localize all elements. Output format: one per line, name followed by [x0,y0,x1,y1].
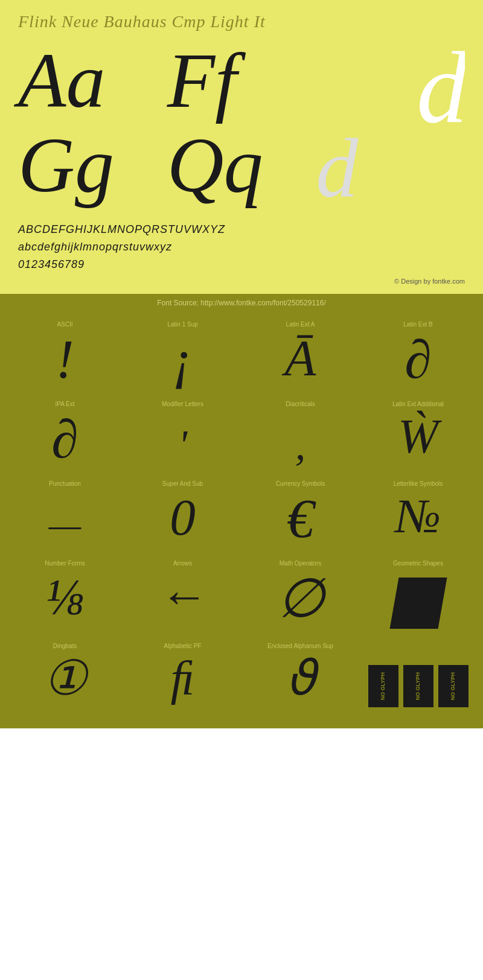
font-source: Font Source: http://www.fontke.com/font/… [6,299,477,307]
char-diacriticals: , [295,424,306,466]
label-numberforms: Number Forms [45,560,85,567]
label-dingbats: Dingbats [53,643,77,649]
digits: 0123456789 [18,256,465,273]
cell-alphabeticpf: Alphabetic PF ﬁ [124,638,242,716]
cell-ascii: ASCII ! [6,316,124,396]
label-letterlike: Letterlike Symbols [394,480,443,487]
label-alphabeticpf: Alphabetic PF [164,643,201,649]
no-glyph-text-1: NO GLYPH [380,672,386,700]
label-diacriticals: Diacriticals [286,401,315,407]
label-modletters: Modifier Letters [162,401,203,407]
cell-latinextadd: Latin Ext Additional Ẁ [359,396,477,476]
no-glyph-text-2: NO GLYPH [415,672,421,700]
cell-arrows: Arrows ← [124,555,242,638]
label-punctuation: Punctuation [49,480,81,487]
label-enclosedalphasup: Enclosed Alphanum Sup [267,643,333,649]
char-currency: € [287,492,314,546]
label-superandsub: Super And Sub [162,480,203,487]
copyright: © Design by fontke.com [18,278,465,285]
glyph-d-outline: d [316,122,465,215]
char-latinexta: Ā [285,332,316,384]
cell-punctuation: Punctuation — [6,476,124,555]
label-arrows: Arrows [173,560,192,567]
large-glyphs: Aa Ff d Gg Qq d [18,37,465,215]
font-title: Flink Neue Bauhaus Cmp Light It [18,12,465,31]
label-geoshapes: Geometric Shapes [393,560,443,567]
cell-latinextb: Latin Ext B ∂ [359,316,477,396]
char-punctuation: — [49,504,81,546]
glyph-d-white-container: d [316,37,465,134]
no-glyph-box-1: NO GLYPH [368,665,398,707]
glyph-aa: Aa [18,37,167,134]
cell-ipaext: IPA Ext ∂ [6,396,124,476]
cell-mathops: Math Operators ∅ [242,555,359,638]
label-ipaext: IPA Ext [55,401,74,407]
cell-diacriticals: Diacriticals , [242,396,359,476]
glyph-ff: Ff [167,37,316,134]
cell-currency: Currency Symbols € [242,476,359,555]
label-currency: Currency Symbols [276,480,325,487]
label-ascii: ASCII [57,321,72,328]
char-latinextadd: Ẁ [398,412,438,460]
char-geoshapes [389,578,447,629]
char-superandsub: 0 [170,492,196,543]
top-section: Flink Neue Bauhaus Cmp Light It Aa Ff d … [0,0,483,294]
label-latin1sup: Latin 1 Sup [167,321,198,328]
cell-enclosedalphasup: Enclosed Alphanum Sup ϑ [242,638,359,716]
glyph-grid: ASCII ! Latin 1 Sup ¡ Latin Ext A Ā Lati… [6,316,477,638]
char-dingbats: ① [43,654,87,702]
no-glyph-box-3: NO GLYPH [438,665,469,707]
label-mathops: Math Operators [280,560,321,567]
cell-modletters: Modifier Letters ' [124,396,242,476]
cell-noglyph-container: NO GLYPH NO GLYPH NO GLYPH [359,638,477,716]
cell-geoshapes: Geometric Shapes [359,555,477,638]
char-alphabeticpf: ﬁ [171,654,195,702]
glyph-qq: Qq [167,122,316,215]
char-modletters: ' [178,424,187,466]
bottom-row: Dingbats ① Alphabetic PF ﬁ Enclosed Alph… [6,638,477,716]
char-mathops: ∅ [277,571,324,626]
bottom-section: Font Source: http://www.fontke.com/font/… [0,294,483,728]
char-latinextb: ∂ [405,332,431,387]
lowercase-alphabet: abcdefghijklmnopqrstuvwxyz [18,238,465,256]
char-letterlike: № [395,492,441,540]
glyph-d-white: d [417,37,465,134]
char-ascii: ! [56,332,74,387]
char-arrows: ← [159,571,207,620]
cell-numberforms: Number Forms ⅛ [6,555,124,638]
alphabet-section: ABCDEFGHIJKLMNOPQRSTUVWXYZ abcdefghijklm… [18,221,465,273]
cell-latinexta: Latin Ext A Ā [242,316,359,396]
cell-letterlike: Letterlike Symbols № [359,476,477,555]
label-latinextb: Latin Ext B [403,321,432,328]
cell-superandsub: Super And Sub 0 [124,476,242,555]
uppercase-alphabet: ABCDEFGHIJKLMNOPQRSTUVWXYZ [18,221,465,238]
char-ipaext: ∂ [51,412,78,466]
char-latin1sup: ¡ [172,332,193,387]
cell-dingbats: Dingbats ① [6,638,124,716]
no-glyph-box-2: NO GLYPH [403,665,433,707]
label-latinexta: Latin Ext A [286,321,315,328]
cell-latin1sup: Latin 1 Sup ¡ [124,316,242,396]
char-numberforms: ⅛ [46,571,85,623]
glyph-gg: Gg [18,122,167,215]
no-glyph-text-3: NO GLYPH [450,672,456,700]
char-enclosedalphasup: ϑ [286,654,316,702]
label-latinextadd: Latin Ext Additional [392,401,444,407]
no-glyph-row: NO GLYPH NO GLYPH NO GLYPH [367,665,470,707]
